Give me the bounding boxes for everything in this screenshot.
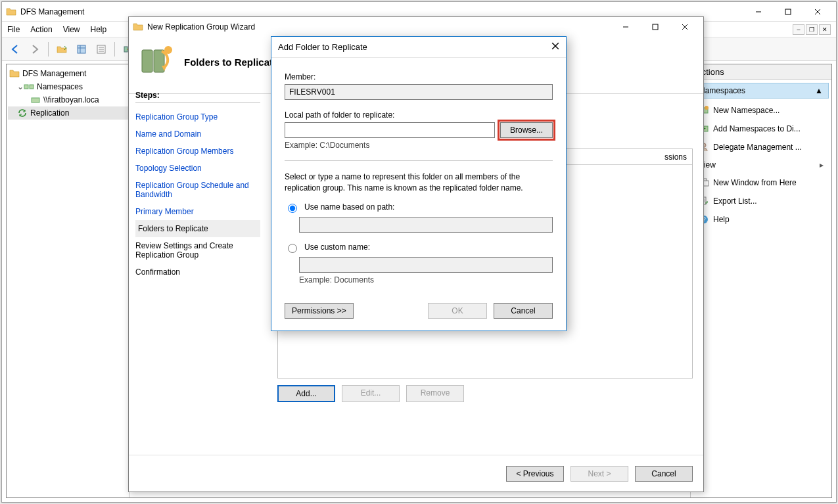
- mdi-restore-button[interactable]: ❐: [806, 24, 818, 35]
- action-view[interactable]: View ▸: [693, 156, 829, 173]
- actions-section-namespaces[interactable]: Namespaces ▲: [693, 83, 829, 99]
- maximize-button[interactable]: [773, 3, 803, 21]
- step-folders-to-replicate[interactable]: Folders to Replicate: [135, 220, 260, 237]
- svg-rect-21: [142, 50, 152, 72]
- nav-forward-button[interactable]: [26, 40, 44, 58]
- svg-rect-3: [124, 47, 128, 52]
- wizard-heading-icon: [138, 43, 175, 80]
- action-delegate-management[interactable]: Delegate Management ...: [693, 138, 829, 156]
- action-help[interactable]: ? Help: [693, 210, 829, 229]
- radio-use-custom-label: Use custom name:: [304, 242, 370, 252]
- svg-rect-1: [78, 45, 85, 53]
- path-label: Local path of folder to replicate:: [285, 110, 553, 120]
- add-folder-dialog: Add Folder to Replicate Member: Local pa…: [271, 36, 567, 331]
- tree-expand-icon[interactable]: ⌄: [17, 82, 24, 91]
- step-primary-member[interactable]: Primary Member: [135, 203, 260, 220]
- wizard-previous-button[interactable]: < Previous: [506, 466, 564, 482]
- minimize-button[interactable]: [743, 3, 773, 21]
- step-schedule-and-bandwidth[interactable]: Replication Group Schedule and Bandwidth: [135, 177, 260, 203]
- dialog-close-button[interactable]: [551, 42, 559, 52]
- name-description-text: Select or type a name to represent this …: [285, 172, 553, 194]
- toolbar-button-2[interactable]: [72, 40, 91, 58]
- svg-rect-8: [30, 85, 34, 89]
- svg-rect-22: [154, 50, 164, 72]
- step-name-and-domain[interactable]: Name and Domain: [135, 126, 260, 143]
- actions-pane: Actions Namespaces ▲ New Namespace... + …: [690, 64, 831, 497]
- browse-button[interactable]: Browse...: [500, 122, 553, 138]
- radio-use-path-name[interactable]: [288, 204, 297, 213]
- member-field: [285, 84, 553, 100]
- step-replication-group-members[interactable]: Replication Group Members: [135, 143, 260, 160]
- dialog-title: Add Folder to Replicate: [278, 42, 367, 52]
- wizard-heading: Folders to Replicate: [184, 57, 278, 68]
- menu-view[interactable]: View: [63, 25, 80, 34]
- remove-folder-button: Remove: [406, 385, 464, 402]
- menu-action[interactable]: Action: [30, 25, 52, 34]
- svg-rect-20: [653, 24, 658, 30]
- main-window-title: DFS Management: [20, 7, 84, 16]
- edit-folder-button: Edit...: [342, 385, 400, 402]
- chevron-right-icon: ▸: [820, 160, 824, 170]
- action-add-namespaces[interactable]: + Add Namespaces to Di...: [693, 120, 829, 138]
- svg-rect-0: [785, 9, 791, 14]
- wizard-minimize-button[interactable]: [611, 18, 640, 36]
- tree-namespaces[interactable]: ⌄ Namespaces: [8, 80, 128, 93]
- wizard-close-button[interactable]: [670, 18, 699, 36]
- svg-point-11: [705, 106, 709, 110]
- wizard-maximize-button[interactable]: [640, 18, 670, 36]
- mdi-minimize-button[interactable]: –: [793, 24, 804, 35]
- path-name-field: [299, 217, 553, 233]
- column-permissions[interactable]: ssions: [659, 152, 692, 162]
- wizard-footer: < Previous Next > Cancel: [129, 455, 703, 492]
- step-confirmation: Confirmation: [135, 263, 260, 281]
- svg-point-24: [164, 46, 172, 54]
- step-topology-selection[interactable]: Topology Selection: [135, 160, 260, 177]
- example-path-text: Example: C:\Documents: [285, 141, 553, 150]
- wizard-titlebar: New Replication Group Wizard: [129, 17, 703, 37]
- svg-rect-7: [24, 85, 28, 89]
- action-export-list[interactable]: Export List...: [693, 192, 829, 210]
- ok-button: OK: [428, 303, 487, 319]
- app-icon: [6, 7, 16, 17]
- radio-use-path-label: Use name based on path:: [304, 202, 394, 212]
- member-label: Member:: [285, 72, 553, 81]
- radio-use-custom-name[interactable]: [288, 244, 297, 253]
- example-documents-text: Example: Documents: [299, 275, 553, 285]
- action-new-window[interactable]: New Window from Here: [693, 173, 829, 192]
- dialog-cancel-button[interactable]: Cancel: [494, 303, 553, 319]
- wizard-next-button: Next >: [570, 466, 628, 482]
- wizard-cancel-button[interactable]: Cancel: [635, 466, 693, 482]
- wizard-app-icon: [133, 22, 143, 32]
- mdi-close-button[interactable]: ✕: [819, 24, 831, 35]
- menu-help[interactable]: Help: [91, 25, 107, 34]
- action-new-namespace[interactable]: New Namespace...: [693, 101, 829, 120]
- tree-namespace-item[interactable]: \\firatboyan.loca: [8, 93, 128, 106]
- custom-name-field: [299, 257, 553, 273]
- collapse-icon: ▲: [815, 86, 823, 95]
- add-folder-button[interactable]: Add...: [277, 385, 335, 402]
- local-path-input[interactable]: [285, 122, 495, 138]
- step-replication-group-type[interactable]: Replication Group Type: [135, 108, 260, 126]
- toolbar-button-3[interactable]: [92, 40, 110, 58]
- close-icon: [551, 42, 559, 50]
- wizard-window-title: New Replication Group Wizard: [147, 22, 255, 32]
- svg-rect-9: [32, 98, 39, 103]
- menu-file[interactable]: File: [7, 25, 20, 34]
- permissions-button[interactable]: Permissions >>: [285, 303, 354, 319]
- tree-replication[interactable]: Replication: [8, 106, 128, 120]
- tree-root-dfs[interactable]: DFS Management: [8, 67, 128, 80]
- console-tree: DFS Management ⌄ Namespaces \\firatboyan…: [7, 64, 130, 497]
- wizard-steps-panel: Steps: Replication Group Type Name and D…: [129, 89, 267, 455]
- toolbar-button-1[interactable]: [53, 40, 71, 58]
- close-button[interactable]: [803, 3, 832, 21]
- steps-label: Steps:: [135, 91, 260, 103]
- step-review-settings: Review Settings and Create Replication G…: [135, 237, 260, 263]
- nav-back-button[interactable]: [6, 40, 24, 58]
- actions-header: Actions: [691, 64, 831, 80]
